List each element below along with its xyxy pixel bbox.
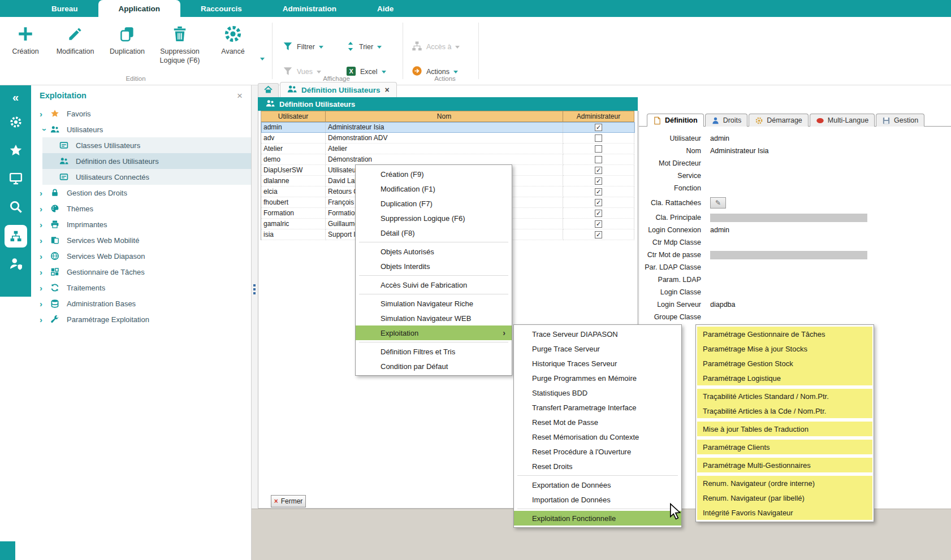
- admin-checkbox[interactable]: [595, 156, 602, 163]
- close-icon[interactable]: ×: [385, 85, 390, 94]
- menu-item-parametrage-mise-a-jour-stocks[interactable]: Paramétrage Mise à jour Stocks: [697, 341, 872, 356]
- menu-item-statistiques-bdd[interactable]: Statistiques BDD: [514, 385, 681, 400]
- menu-item-mise-a-jour-tables-de-traduction[interactable]: Mise à jour Tables de Traduction: [697, 422, 872, 436]
- menu-item-acces-suivi-de-fabrication[interactable]: Accès Suivi de Fabrication: [356, 277, 512, 292]
- menu-item-reset-procedure-a-l-ouverture[interactable]: Reset Procédure à l'Ouverture: [514, 444, 681, 459]
- menu-item-duplication-f7[interactable]: Duplication (F7): [356, 196, 512, 211]
- admin-checkbox[interactable]: ✓: [595, 188, 602, 196]
- chevron-right-icon[interactable]: ›: [40, 267, 50, 277]
- chevron-right-icon[interactable]: ›: [40, 109, 50, 119]
- field-value[interactable]: Administrateur Isia: [710, 147, 769, 155]
- sidebar-item-definition-des-utilisateurs[interactable]: Définition des Utilisateurs: [42, 153, 251, 169]
- menu-item-tracabilite-articles-a-la-cde-nom-ptr[interactable]: Traçabilité Articles à la Cde / Nom.Ptr.: [697, 403, 872, 418]
- duplication-button[interactable]: Duplication: [102, 23, 153, 57]
- menu-item-historique-traces-serveur[interactable]: Historique Traces Serveur: [514, 356, 681, 371]
- rail-favorites-button[interactable]: [0, 137, 31, 166]
- rail-monitor-button[interactable]: [0, 166, 31, 194]
- field-value[interactable]: admin: [710, 134, 729, 142]
- filtrer-button[interactable]: Filtrer: [283, 40, 323, 54]
- sidebar-item-classes-utilisateurs[interactable]: Classes Utilisateurs: [42, 137, 251, 153]
- menu-tab-aide[interactable]: Aide: [357, 0, 414, 17]
- menu-item-definition-filtres-et-tris[interactable]: Définition Filtres et Tris: [356, 344, 512, 359]
- modification-button[interactable]: Modification: [50, 23, 101, 57]
- collapse-sidebar-button[interactable]: «: [0, 85, 31, 109]
- menu-item-detail-f8[interactable]: Détail (F8): [356, 225, 512, 240]
- attached-classes-button[interactable]: ✎: [710, 197, 726, 209]
- sidebar-splitter[interactable]: [252, 85, 258, 560]
- close-icon[interactable]: ×: [237, 91, 243, 101]
- chevron-right-icon[interactable]: ›: [40, 299, 50, 309]
- creation-button[interactable]: Création: [0, 23, 51, 57]
- rail-search-button[interactable]: [0, 194, 31, 222]
- menu-item-exploitation-fonctionnelle[interactable]: Exploitation Fonctionnelle: [514, 511, 681, 526]
- chevron-right-icon[interactable]: ›: [40, 220, 50, 229]
- admin-checkbox[interactable]: [595, 145, 602, 153]
- sidebar-item-utilisateurs[interactable]: ›Utilisateurs: [31, 121, 251, 137]
- detail-tab-droits[interactable]: Droits: [705, 114, 748, 127]
- sidebar-item-favoris[interactable]: ›Favoris: [31, 106, 251, 121]
- admin-checkbox[interactable]: ✓: [595, 177, 602, 185]
- chevron-right-icon[interactable]: ›: [40, 204, 50, 214]
- menu-item-creation-f9[interactable]: Création (F9): [356, 167, 512, 181]
- detail-tab-multi-langue[interactable]: Multi-Langue: [810, 114, 875, 127]
- menu-item-reset-mot-de-passe[interactable]: Reset Mot de Passe: [514, 415, 681, 429]
- sidebar-item-gestionnaire-de-taches[interactable]: ›Gestionnaire de Tâches: [31, 264, 251, 280]
- menu-item-simulation-navigateur-riche[interactable]: Simulation Navigateur Riche: [356, 296, 512, 311]
- detail-tab-definition[interactable]: Définition: [647, 114, 704, 127]
- chevron-right-icon[interactable]: ›: [40, 188, 50, 198]
- detail-tab-demarrage[interactable]: Démarrage: [749, 114, 809, 127]
- chevron-right-icon[interactable]: ›: [40, 251, 50, 261]
- menu-tab-bureau[interactable]: Bureau: [31, 0, 98, 17]
- sidebar-item-gestion-des-droits[interactable]: ›Gestion des Droits: [31, 185, 251, 201]
- sidebar-item-services-web-diapason[interactable]: ›Services Web Diapason: [31, 248, 251, 264]
- tab-definition-utilisateurs[interactable]: Définition Utilisateurs ×: [280, 82, 397, 97]
- admin-checkbox[interactable]: ✓: [595, 124, 602, 131]
- menu-item-suppression-logique-f6[interactable]: Suppression Logique (F6): [356, 211, 512, 225]
- avance-button[interactable]: Avancé: [210, 23, 256, 57]
- rail-users-button[interactable]: [0, 250, 31, 279]
- close-panel-button[interactable]: × Fermer: [271, 495, 306, 507]
- menu-item-condition-par-defaut[interactable]: Condition par Défaut: [356, 359, 512, 374]
- table-row-adv[interactable]: advDémonstration ADV: [261, 133, 635, 144]
- column-header-administrateur[interactable]: Administrateur: [563, 111, 634, 122]
- column-header-utilisateur[interactable]: Utilisateur: [261, 111, 326, 122]
- field-value[interactable]: diapdba: [710, 301, 736, 309]
- sidebar-item-services-web-mobilite[interactable]: ›Services Web Mobilité: [31, 232, 251, 248]
- sidebar-item-imprimantes[interactable]: ›Imprimantes: [31, 216, 251, 232]
- menu-item-parametrage-gestionnaire-de-taches[interactable]: Paramétrage Gestionnaire de Tâches: [697, 327, 872, 341]
- menu-item-purge-programmes-en-memoire[interactable]: Purge Programmes en Mémoire: [514, 371, 681, 385]
- menu-item-modification-f1[interactable]: Modification (F1): [356, 181, 512, 196]
- table-row-demo[interactable]: demoDémonstration: [261, 154, 635, 165]
- chevron-right-icon[interactable]: ›: [40, 236, 50, 245]
- menu-item-tracabilite-articles-standard-nom-ptr[interactable]: Traçabilité Articles Standard / Nom.Ptr.: [697, 389, 872, 403]
- menu-item-objets-autorises[interactable]: Objets Autorisés: [356, 244, 512, 259]
- menu-item-exportation-de-donnees[interactable]: Exportation de Données: [514, 477, 681, 492]
- sidebar-item-themes[interactable]: ›Thèmes: [31, 201, 251, 216]
- menu-item-reset-memorisation-du-contexte[interactable]: Reset Mémorisation du Contexte: [514, 429, 681, 444]
- trier-button[interactable]: Trier: [346, 40, 382, 54]
- menu-item-renum-navigateur-par-libelle[interactable]: Renum. Navigateur (par libellé): [697, 490, 872, 505]
- admin-checkbox[interactable]: ✓: [595, 167, 602, 174]
- menu-item-transfert-parametrage-interface[interactable]: Transfert Parametrage Interface: [514, 400, 681, 415]
- admin-checkbox[interactable]: ✓: [595, 210, 602, 217]
- admin-checkbox[interactable]: [595, 134, 602, 142]
- chevron-right-icon[interactable]: ›: [40, 315, 50, 324]
- menu-tab-administration[interactable]: Administration: [262, 0, 357, 17]
- acces-a-button[interactable]: Accès à: [412, 40, 460, 54]
- column-header-nom[interactable]: Nom: [326, 111, 563, 122]
- menu-item-renum-navigateur-ordre-interne[interactable]: Renum. Navigateur (ordre interne): [697, 476, 872, 490]
- chevron-right-icon[interactable]: ›: [40, 283, 50, 293]
- menu-item-exploitation[interactable]: Exploitation›: [356, 325, 512, 340]
- avance-dropdown-caret-icon[interactable]: [260, 58, 265, 60]
- tab-home[interactable]: [258, 83, 279, 97]
- menu-item-purge-trace-serveur[interactable]: Purge Trace Serveur: [514, 341, 681, 356]
- menu-item-parametrage-gestion-stock[interactable]: Paramétrage Gestion Stock: [697, 356, 872, 371]
- rail-exploitation-button[interactable]: [0, 222, 31, 250]
- sidebar-item-utilisateurs-connectes[interactable]: Utilisateurs Connectés: [42, 169, 251, 185]
- table-row-atelier[interactable]: AtelierAtelier: [261, 144, 635, 154]
- menu-item-parametrage-multi-gestionnaires[interactable]: Paramétrage Multi-Gestionnaires: [697, 458, 872, 472]
- chevron-down-icon[interactable]: ›: [40, 124, 50, 135]
- admin-checkbox[interactable]: ✓: [595, 199, 602, 206]
- menu-item-simulation-navigateur-web[interactable]: Simulation Navigateur WEB: [356, 311, 512, 325]
- table-row-admin[interactable]: adminAdministrateur Isia✓: [261, 122, 635, 133]
